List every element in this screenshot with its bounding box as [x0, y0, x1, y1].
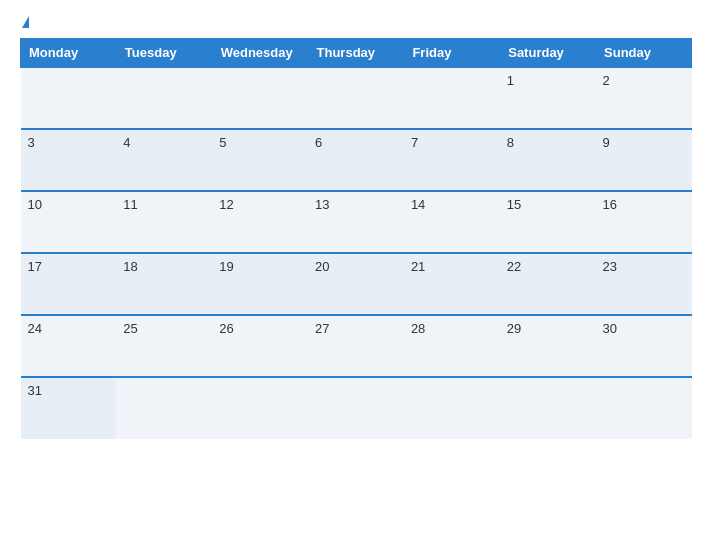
day-number: 26	[219, 321, 233, 336]
calendar-day-3: 3	[21, 129, 117, 191]
day-number: 24	[28, 321, 42, 336]
calendar-day-empty	[116, 67, 212, 129]
calendar-day-23: 23	[596, 253, 692, 315]
day-number: 29	[507, 321, 521, 336]
day-number: 31	[28, 383, 42, 398]
day-number: 13	[315, 197, 329, 212]
calendar-day-19: 19	[212, 253, 308, 315]
calendar-day-6: 6	[308, 129, 404, 191]
day-number: 14	[411, 197, 425, 212]
day-number: 17	[28, 259, 42, 274]
day-number: 22	[507, 259, 521, 274]
calendar-day-30: 30	[596, 315, 692, 377]
calendar-day-25: 25	[116, 315, 212, 377]
calendar-body: 1234567891011121314151617181920212223242…	[21, 67, 692, 439]
calendar-day-5: 5	[212, 129, 308, 191]
calendar-day-21: 21	[404, 253, 500, 315]
weekday-header-row: MondayTuesdayWednesdayThursdayFridaySatu…	[21, 39, 692, 68]
calendar-thead: MondayTuesdayWednesdayThursdayFridaySatu…	[21, 39, 692, 68]
calendar-day-empty	[116, 377, 212, 439]
logo-triangle-icon	[22, 16, 29, 28]
day-number: 20	[315, 259, 329, 274]
day-number: 25	[123, 321, 137, 336]
calendar-day-12: 12	[212, 191, 308, 253]
calendar-day-2: 2	[596, 67, 692, 129]
calendar-day-empty	[212, 377, 308, 439]
calendar-day-27: 27	[308, 315, 404, 377]
calendar-day-empty	[404, 67, 500, 129]
day-number: 8	[507, 135, 514, 150]
weekday-header-tuesday: Tuesday	[116, 39, 212, 68]
calendar-day-empty	[500, 377, 596, 439]
calendar-day-1: 1	[500, 67, 596, 129]
weekday-header-friday: Friday	[404, 39, 500, 68]
calendar-day-26: 26	[212, 315, 308, 377]
day-number: 30	[603, 321, 617, 336]
weekday-header-sunday: Sunday	[596, 39, 692, 68]
calendar-day-13: 13	[308, 191, 404, 253]
calendar-day-7: 7	[404, 129, 500, 191]
calendar-day-14: 14	[404, 191, 500, 253]
calendar-day-16: 16	[596, 191, 692, 253]
calendar-week-row: 17181920212223	[21, 253, 692, 315]
calendar-week-row: 12	[21, 67, 692, 129]
calendar-day-9: 9	[596, 129, 692, 191]
calendar-header	[20, 16, 692, 28]
day-number: 21	[411, 259, 425, 274]
day-number: 15	[507, 197, 521, 212]
logo-area	[20, 16, 29, 28]
calendar-grid: MondayTuesdayWednesdayThursdayFridaySatu…	[20, 38, 692, 439]
day-number: 6	[315, 135, 322, 150]
calendar-week-row: 24252627282930	[21, 315, 692, 377]
calendar-week-row: 10111213141516	[21, 191, 692, 253]
calendar-day-empty	[404, 377, 500, 439]
day-number: 27	[315, 321, 329, 336]
day-number: 7	[411, 135, 418, 150]
weekday-header-thursday: Thursday	[308, 39, 404, 68]
calendar-day-31: 31	[21, 377, 117, 439]
calendar-day-28: 28	[404, 315, 500, 377]
calendar-day-empty	[308, 67, 404, 129]
calendar-day-17: 17	[21, 253, 117, 315]
calendar-day-24: 24	[21, 315, 117, 377]
calendar-day-empty	[21, 67, 117, 129]
calendar-day-empty	[308, 377, 404, 439]
calendar-day-20: 20	[308, 253, 404, 315]
weekday-header-wednesday: Wednesday	[212, 39, 308, 68]
calendar-container: MondayTuesdayWednesdayThursdayFridaySatu…	[0, 0, 712, 550]
day-number: 16	[603, 197, 617, 212]
calendar-day-empty	[596, 377, 692, 439]
day-number: 28	[411, 321, 425, 336]
calendar-day-empty	[212, 67, 308, 129]
day-number: 3	[28, 135, 35, 150]
day-number: 1	[507, 73, 514, 88]
calendar-day-10: 10	[21, 191, 117, 253]
calendar-day-22: 22	[500, 253, 596, 315]
weekday-header-saturday: Saturday	[500, 39, 596, 68]
calendar-day-8: 8	[500, 129, 596, 191]
calendar-day-15: 15	[500, 191, 596, 253]
calendar-day-4: 4	[116, 129, 212, 191]
day-number: 19	[219, 259, 233, 274]
calendar-day-18: 18	[116, 253, 212, 315]
weekday-header-monday: Monday	[21, 39, 117, 68]
calendar-day-11: 11	[116, 191, 212, 253]
day-number: 12	[219, 197, 233, 212]
day-number: 4	[123, 135, 130, 150]
day-number: 11	[123, 197, 137, 212]
calendar-week-row: 31	[21, 377, 692, 439]
calendar-week-row: 3456789	[21, 129, 692, 191]
day-number: 5	[219, 135, 226, 150]
calendar-day-29: 29	[500, 315, 596, 377]
day-number: 18	[123, 259, 137, 274]
day-number: 23	[603, 259, 617, 274]
day-number: 2	[603, 73, 610, 88]
day-number: 10	[28, 197, 42, 212]
day-number: 9	[603, 135, 610, 150]
